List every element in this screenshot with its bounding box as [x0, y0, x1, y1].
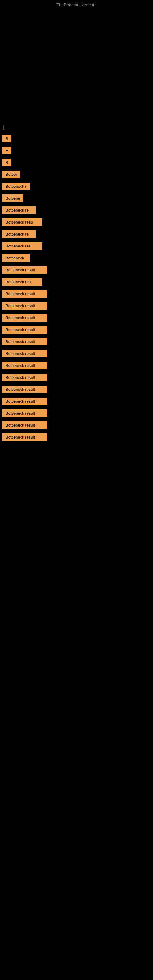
- list-item: Bottler: [0, 169, 153, 180]
- list-item: Bottleneck re: [0, 229, 153, 240]
- list-item: Bottleneck result: [0, 264, 153, 275]
- bottleneck-result-badge: Bottleneck re: [2, 207, 36, 214]
- list-item: Bottleneck re: [0, 205, 153, 216]
- bottleneck-result-badge: Bottleneck result: [2, 398, 47, 405]
- list-item: Bottleneck result: [0, 324, 153, 335]
- list-item: Bottleneck result: [0, 420, 153, 431]
- bottleneck-result-badge: Bottleneck res: [2, 278, 42, 286]
- bottleneck-result-badge: Bottleneck result: [2, 338, 47, 345]
- list-item: Bottleneck result: [0, 312, 153, 323]
- bottleneck-result-badge: Bottlene: [2, 194, 23, 202]
- bottleneck-result-badge: Bottleneck result: [2, 350, 47, 357]
- bottleneck-result-badge: E: [2, 147, 11, 154]
- list-item: B: [0, 157, 153, 168]
- bottleneck-result-badge: Bottleneck result: [2, 314, 47, 321]
- bottleneck-result-badge: Bottleneck re: [2, 230, 36, 238]
- list-item: Bottleneck result: [0, 407, 153, 419]
- bottleneck-result-badge: Bottleneck result: [2, 385, 47, 393]
- bottleneck-result-badge: Bottleneck result: [2, 409, 47, 417]
- bottleneck-result-badge: Bottleneck: [2, 254, 30, 262]
- bottleneck-result-badge: Bottleneck res: [2, 242, 42, 250]
- list-item: Bottleneck result: [0, 336, 153, 347]
- bottleneck-result-badge: Bottleneck resu: [2, 218, 42, 226]
- list-item: Bottlene: [0, 192, 153, 204]
- list-item: Bottleneck result: [0, 360, 153, 371]
- list-item: Bottleneck r: [0, 181, 153, 192]
- bottleneck-result-badge: Bottleneck result: [2, 326, 47, 334]
- bottleneck-result-badge: Bottleneck result: [2, 302, 47, 310]
- bottleneck-result-badge: Bottleneck result: [2, 362, 47, 369]
- list-item: Bottleneck result: [0, 372, 153, 383]
- bottleneck-result-badge: B: [2, 159, 11, 166]
- bottleneck-result-badge: Bottleneck result: [2, 433, 47, 441]
- list-item: B: [0, 133, 153, 144]
- content-area: | BEBBottlerBottleneck rBottleneBottlene…: [0, 123, 153, 444]
- list-item: Bottleneck res: [0, 240, 153, 252]
- items-container: BEBBottlerBottleneck rBottleneBottleneck…: [0, 133, 153, 443]
- section-label: |: [0, 123, 153, 132]
- bottleneck-result-badge: Bottler: [2, 170, 20, 178]
- list-item: Bottleneck result: [0, 288, 153, 299]
- list-item: Bottleneck result: [0, 396, 153, 407]
- list-item: Bottleneck result: [0, 348, 153, 359]
- bottleneck-result-badge: Bottleneck r: [2, 183, 30, 190]
- list-item: Bottleneck res: [0, 276, 153, 288]
- list-item: Bottleneck result: [0, 300, 153, 312]
- bottleneck-result-badge: Bottleneck result: [2, 266, 47, 274]
- list-item: Bottleneck result: [0, 384, 153, 395]
- list-item: Bottleneck result: [0, 431, 153, 443]
- list-item: E: [0, 145, 153, 156]
- bottleneck-result-badge: Bottleneck result: [2, 422, 47, 429]
- bottleneck-result-badge: B: [2, 135, 11, 142]
- site-title: TheBottlenecker.com: [56, 2, 97, 7]
- bottleneck-result-badge: Bottleneck result: [2, 290, 47, 298]
- bottleneck-result-badge: Bottleneck result: [2, 374, 47, 381]
- list-item: Bottleneck: [0, 252, 153, 264]
- list-item: Bottleneck resu: [0, 216, 153, 228]
